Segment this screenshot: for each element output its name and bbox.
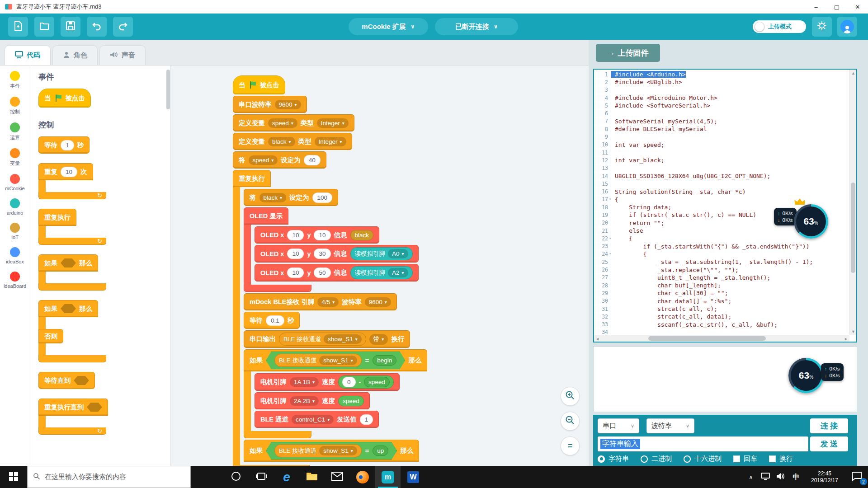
- ble-channel-reporter[interactable]: BLE 接收通道 show_S1▾: [274, 444, 362, 457]
- wait-seconds-input[interactable]: 1: [61, 140, 74, 150]
- code-line[interactable]: 10int var_speed;: [594, 141, 849, 149]
- code-line[interactable]: 28 char buf[_length];: [594, 282, 849, 289]
- palette-wait-block[interactable]: 等待 1 秒: [38, 136, 90, 154]
- value-input[interactable]: 100: [312, 192, 333, 203]
- ime-indicator[interactable]: 中: [788, 466, 804, 488]
- variable-dropdown[interactable]: black▾: [268, 137, 295, 146]
- category-item-mcookie[interactable]: mCookie: [0, 174, 30, 191]
- read-analog-pin-reporter[interactable]: 读模拟引脚 A0▾: [350, 247, 413, 260]
- vertical-scrollbar[interactable]: ▲ ▼: [849, 70, 856, 335]
- palette-wait-until-block[interactable]: 等待直到: [38, 372, 95, 389]
- cortana-button[interactable]: [223, 466, 249, 488]
- type-dropdown[interactable]: Integer▾: [315, 137, 346, 146]
- oled-draw-row-block[interactable]: OLED x 10 y 10 信息 black: [255, 226, 379, 244]
- repeat-count-input[interactable]: 10: [61, 167, 77, 177]
- settings-button[interactable]: [812, 17, 832, 37]
- equals-condition[interactable]: BLE 接收通道 show_S1▾ = up: [266, 442, 397, 460]
- code-line[interactable]: 2#include <U8glib.h>: [594, 78, 849, 86]
- file-explorer-button[interactable]: [299, 466, 325, 488]
- extension-dropdown[interactable]: mCookie 扩展 ∨: [349, 18, 428, 35]
- motor-block[interactable]: 电机引脚 1A 1B▾ 速度 0 - speed: [255, 373, 400, 391]
- code-line[interactable]: 15: [594, 180, 849, 188]
- code-line[interactable]: 30 char data1[] = ":%s";: [594, 297, 849, 305]
- radio-binary-mode[interactable]: 二进制: [641, 455, 672, 463]
- mdock-app-button[interactable]: m: [375, 466, 401, 488]
- code-line[interactable]: 5#include <SoftwareSerial.h>: [594, 102, 849, 109]
- category-item-ideabox[interactable]: ideaBox: [0, 247, 30, 264]
- horizontal-scrollbar[interactable]: ◄ ►: [594, 335, 849, 342]
- category-item-variables[interactable]: 变量: [0, 148, 30, 167]
- type-dropdown[interactable]: Integer▾: [317, 118, 349, 128]
- maximize-button[interactable]: ▢: [826, 0, 847, 14]
- open-project-button[interactable]: [34, 17, 54, 37]
- palette-when-flag-clicked-block[interactable]: 当 被点击: [38, 89, 91, 108]
- upload-mode-toggle[interactable]: 上传模式: [753, 20, 806, 33]
- undo-button[interactable]: [87, 17, 107, 37]
- account-button[interactable]: [837, 17, 857, 37]
- code-line[interactable]: 7SoftwareSerial mySerial(4,5);: [594, 117, 849, 125]
- variable-dropdown[interactable]: speed▾: [268, 118, 297, 128]
- variable-reporter-speed[interactable]: speed: [338, 396, 364, 406]
- taskbar-clock[interactable]: 22:45 2019/12/17: [804, 470, 845, 484]
- radio-string-mode[interactable]: 字符串: [598, 455, 629, 463]
- category-item-events[interactable]: 事件: [0, 71, 30, 89]
- baud-dropdown[interactable]: 9600▾: [365, 297, 391, 307]
- set-variable-black-block[interactable]: 将 black▾ 设定为 100: [244, 189, 338, 206]
- close-button[interactable]: ✕: [847, 0, 868, 14]
- code-line[interactable]: 1#include <Arduino.h>: [594, 70, 849, 78]
- palette-scrollbar[interactable]: [166, 68, 170, 464]
- code-line[interactable]: 4#include <Microduino_Motor.h>: [594, 94, 849, 102]
- y-input[interactable]: 30: [314, 249, 330, 259]
- category-item-control[interactable]: 控制: [0, 97, 30, 115]
- connection-status-dropdown[interactable]: 已断开连接 ∨: [435, 18, 518, 35]
- y-input[interactable]: 50: [314, 267, 330, 278]
- edge-button[interactable]: ✕e: [274, 466, 299, 488]
- palette-forever-block[interactable]: 重复执行 ↻: [38, 209, 170, 245]
- code-line[interactable]: 33 sscanf(_sta.c_str(), c_all, &buf);: [594, 321, 849, 328]
- network-monitor-widget[interactable]: 63% ↑0K/s ↓0K/s: [788, 358, 844, 393]
- category-item-operators[interactable]: 运算: [0, 122, 30, 141]
- x-input[interactable]: 10: [287, 249, 304, 259]
- set-variable-speed-block[interactable]: 将 speed▾ 设定为 40: [233, 151, 326, 169]
- variable-dropdown[interactable]: black▾: [259, 193, 287, 202]
- oled-display-block[interactable]: OLED 显示 OLED x 10 y 10 信息 black OLED x: [244, 207, 419, 292]
- motor-pins-dropdown[interactable]: 2A 2B▾: [290, 396, 319, 406]
- motor-pins-dropdown[interactable]: 1A 1B▾: [290, 377, 319, 387]
- serial-port-select[interactable]: 串口∨: [598, 418, 639, 433]
- serial-send-input[interactable]: 字符串输入: [598, 436, 808, 451]
- code-line[interactable]: 25 _sta = _sta.substring(1, _sta.length(…: [594, 258, 849, 266]
- checkbox-line-feed[interactable]: 换行: [769, 455, 793, 463]
- channel-dropdown[interactable]: show_S1▾: [324, 334, 362, 344]
- subtract-operator[interactable]: 0 - speed: [338, 375, 394, 389]
- newline-mode-dropdown[interactable]: 带▾: [369, 334, 388, 345]
- palette-if-block[interactable]: 如果 那么: [38, 254, 170, 291]
- code-line[interactable]: 6: [594, 109, 849, 117]
- equals-condition[interactable]: BLE 接收通道 show_S1▾ = begin: [266, 352, 405, 369]
- compare-value[interactable]: begin: [373, 355, 396, 366]
- code-line[interactable]: 23 if (_sta.startsWith("{") && _sta.ends…: [594, 243, 849, 250]
- variable-reporter-black[interactable]: black: [350, 230, 374, 240]
- tab-sounds[interactable]: 声音: [99, 45, 146, 65]
- zoom-reset-button[interactable]: =: [561, 436, 580, 455]
- condition-slot[interactable]: [61, 304, 76, 313]
- condition-slot[interactable]: [87, 403, 102, 412]
- ble-channel-reporter[interactable]: BLE 接收通道 show_S1▾: [279, 333, 366, 346]
- x-input[interactable]: 10: [287, 230, 304, 240]
- volume-tray-button[interactable]: [773, 466, 788, 488]
- script-canvas[interactable]: 当 被点击 串口波特率 9600▾ 定义变量 speed▾ 类型 Integer…: [170, 66, 589, 466]
- browser-ball-button[interactable]: [350, 466, 375, 488]
- channel-dropdown[interactable]: show_S1▾: [319, 356, 357, 365]
- save-project-button[interactable]: [61, 17, 80, 37]
- condition-slot[interactable]: [61, 258, 76, 267]
- x-input[interactable]: 10: [287, 267, 304, 278]
- compare-value[interactable]: up: [373, 446, 388, 456]
- code-line[interactable]: 8#define BLESerial mySerial: [594, 125, 849, 133]
- if-up-block[interactable]: 如果 BLE 接收通道 show_S1▾ = up 那么: [244, 440, 419, 462]
- baud-rate-select[interactable]: 波特率∨: [646, 418, 694, 433]
- forever-block[interactable]: 重复执行 将 black▾ 设定为 100 OLED 显示 OLED x 10 …: [233, 170, 427, 466]
- code-line[interactable]: 3: [594, 86, 849, 94]
- channel-dropdown[interactable]: show_S1▾: [319, 446, 357, 455]
- code-line[interactable]: 31 strcat(c_all, c);: [594, 305, 849, 313]
- oled-draw-row-block[interactable]: OLED x 10 y 30 信息 读模拟引脚 A0▾: [255, 245, 419, 263]
- palette-if-else-block[interactable]: 如果 那么 否则: [38, 300, 170, 362]
